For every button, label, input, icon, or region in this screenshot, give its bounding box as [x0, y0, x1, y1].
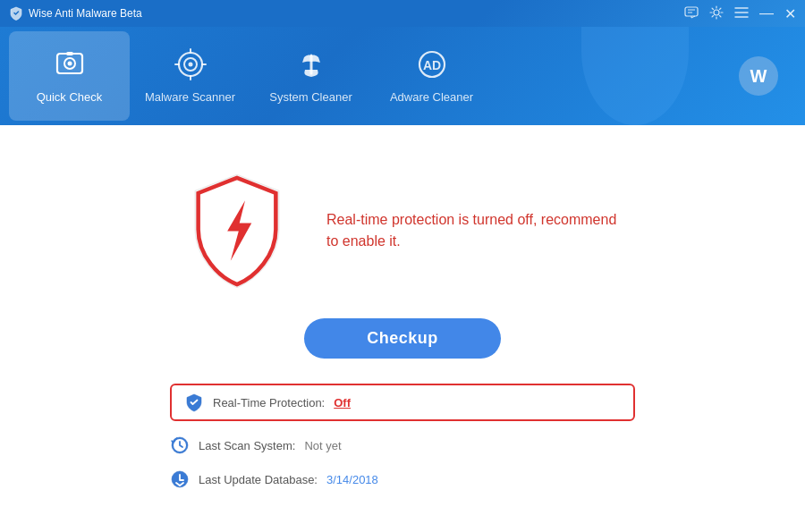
- svg-text:AD: AD: [422, 58, 440, 72]
- status-section: Real-Time Protection: Off Last Scan Syst…: [170, 384, 635, 489]
- close-button[interactable]: ✕: [784, 5, 796, 22]
- minimize-button[interactable]: —: [759, 6, 774, 21]
- shield-warning-icon: [174, 168, 300, 293]
- last-update-row: Last Update Database: 3/14/2018: [170, 469, 635, 489]
- malware-scanner-icon: [174, 48, 207, 85]
- tab-malware-scanner-label: Malware Scanner: [145, 90, 235, 104]
- tab-system-cleaner-label: System Cleaner: [269, 90, 352, 104]
- tab-system-cleaner[interactable]: System Cleaner: [250, 31, 371, 121]
- warning-text-block: Real-time protection is turned off, reco…: [326, 209, 631, 252]
- realtime-protection-icon: [184, 393, 204, 412]
- warning-message: Real-time protection is turned off, reco…: [326, 209, 631, 252]
- user-avatar[interactable]: W: [739, 56, 778, 96]
- title-bar-left: Wise Anti Malware Beta: [9, 6, 142, 21]
- app-icon: [9, 6, 23, 21]
- realtime-protection-value[interactable]: Off: [334, 396, 351, 410]
- app-title: Wise Anti Malware Beta: [29, 7, 142, 20]
- title-bar: Wise Anti Malware Beta: [0, 0, 805, 27]
- quick-check-icon: [54, 48, 86, 85]
- realtime-protection-label: Real-Time Protection:: [213, 396, 325, 410]
- svg-point-13: [188, 63, 192, 67]
- svg-point-9: [67, 62, 72, 66]
- tab-malware-scanner[interactable]: Malware Scanner: [130, 31, 250, 121]
- system-cleaner-icon: [295, 48, 327, 85]
- main-content: Real-time protection is turned off, reco…: [0, 125, 805, 532]
- tab-quick-check-label: Quick Check: [37, 90, 103, 104]
- svg-point-3: [714, 10, 719, 15]
- adware-cleaner-icon: AD: [416, 48, 448, 85]
- last-scan-value: Not yet: [304, 439, 341, 452]
- svg-rect-10: [66, 52, 73, 55]
- last-scan-icon: [170, 435, 190, 455]
- tab-adware-cleaner[interactable]: AD Adware Cleaner: [371, 31, 492, 121]
- last-update-icon: [170, 469, 190, 489]
- last-scan-row: Last Scan System: Not yet: [170, 435, 635, 455]
- realtime-protection-row: Real-Time Protection: Off: [170, 384, 635, 421]
- last-update-label: Last Update Database:: [199, 473, 318, 486]
- menu-icon[interactable]: [734, 6, 749, 21]
- warning-section: Real-time protection is turned off, reco…: [174, 168, 631, 293]
- tab-adware-cleaner-label: Adware Cleaner: [390, 90, 473, 104]
- tab-quick-check[interactable]: Quick Check: [9, 31, 130, 121]
- last-update-value: 3/14/2018: [326, 473, 378, 486]
- checkup-button[interactable]: Checkup: [304, 318, 501, 359]
- nav-bar: Quick Check Malware Scanner System: [0, 27, 805, 125]
- feedback-icon[interactable]: [684, 6, 699, 21]
- title-bar-controls: — ✕: [684, 5, 796, 22]
- settings-icon[interactable]: [709, 5, 724, 22]
- last-scan-label: Last Scan System:: [199, 439, 295, 452]
- svg-rect-0: [685, 7, 698, 16]
